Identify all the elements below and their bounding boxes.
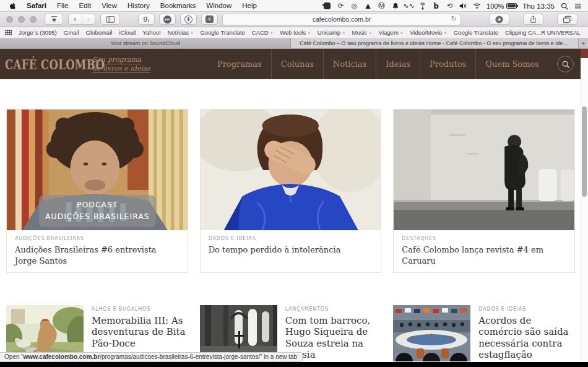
safari-toolbar: ‹ › gt ABP ∨ cafecolombo.com.br ↻ — [0, 12, 588, 27]
article-card[interactable]: DESTAQUES Café Colombo lança revista #4 … — [393, 109, 575, 273]
tab-soundcloud[interactable]: Your stream on SoundCloud — [0, 38, 291, 48]
featured-row: PODCAST AUDIÇÕES BRASILEIRAS AUDIÇÕES BR… — [6, 109, 575, 273]
menu-edit[interactable]: Edit — [79, 2, 92, 9]
article-card[interactable]: DADOS E IDEIAS Do tempo perdido à intole… — [200, 109, 382, 273]
downloads-button[interactable] — [489, 14, 509, 25]
address-bar-url[interactable]: cafecolombo.com.br — [313, 15, 371, 23]
bookmark-folder-viagem[interactable]: Viagem∨ — [379, 29, 403, 36]
bookmarks-grid-icon[interactable] — [5, 30, 12, 35]
secondary-image-summit[interactable] — [393, 305, 470, 361]
app-waves-status-icon[interactable]: ∿∿ — [405, 2, 413, 11]
featured-image-podcast[interactable]: PODCAST AUDIÇÕES BRASILEIRAS — [7, 110, 188, 230]
hand-blocker-icon — [184, 15, 192, 24]
b-app-status-icon[interactable]: b — [432, 2, 440, 11]
article-title[interactable]: Memorabilia III: As desventuras de Bita … — [92, 315, 188, 349]
evernote-status-icon[interactable] — [323, 2, 331, 11]
zoom-window-button[interactable] — [30, 16, 37, 23]
nav-colunas[interactable]: Colunas — [271, 49, 323, 79]
volume-status-icon[interactable] — [459, 2, 467, 11]
sidebar-button[interactable] — [100, 14, 120, 25]
show-all-tabs-button[interactable] — [557, 14, 577, 25]
battery-status[interactable]: 100% — [486, 2, 517, 10]
bookmark-folder-video-movie[interactable]: Video/Movie∨ — [410, 29, 447, 36]
back-button[interactable]: ‹ — [69, 14, 82, 24]
featured-image-dilma[interactable] — [201, 110, 381, 230]
menu-help[interactable]: Help — [242, 2, 257, 9]
article-category[interactable]: ALHOS E BUGALHOS — [92, 306, 188, 312]
nav-noticias[interactable]: Notícias — [323, 49, 376, 79]
transmitter-status-icon[interactable] — [418, 2, 426, 11]
bookmark-google-translate[interactable]: Google Translate — [200, 29, 244, 36]
article-category[interactable]: DESTAQUES — [402, 236, 566, 241]
menu-history[interactable]: History — [128, 2, 150, 9]
nav-quem-somos[interactable]: Quem Somos — [475, 49, 548, 79]
page-content: PODCAST AUDIÇÕES BRASILEIRAS AUDIÇÕES BR… — [0, 79, 581, 367]
menu-clock[interactable]: Thu 13:35 — [522, 2, 555, 10]
wifi-status-icon[interactable] — [473, 2, 481, 11]
article-title[interactable]: Acordos de comércio são saída necessária… — [478, 315, 575, 367]
nav-produtos[interactable]: Produtos — [420, 49, 475, 79]
m-app-status-icon[interactable]: Ⓜ — [378, 2, 386, 11]
featured-image-bw-man[interactable] — [394, 110, 574, 230]
article-category[interactable]: LANÇAMENTOS — [285, 306, 382, 312]
scrollbar-track[interactable] — [581, 49, 588, 362]
tab-cafe-colombo[interactable]: Café Colombo – O seu programa de livros … — [291, 38, 578, 48]
site-logo[interactable]: CAFÉ COLOMBO — [5, 56, 87, 72]
time-machine-status-icon[interactable]: ⟲ — [446, 2, 454, 11]
status-bar-link-preview: Open “www.cafecolombo.com.br/programas/a… — [0, 352, 303, 362]
pocket-extension-button[interactable]: ∨ — [201, 14, 218, 25]
apple-menu-icon[interactable] — [9, 2, 16, 10]
bookmark-gmail[interactable]: Gmail — [64, 29, 79, 36]
article-list-item[interactable]: DADOS E IDEIAS Acordos de comércio são s… — [393, 305, 575, 367]
circled-app-status-icon[interactable]: ◎ — [350, 2, 358, 11]
bookmark-folder-noticias[interactable]: Notícias∨ — [168, 29, 194, 36]
site-search-button[interactable] — [557, 56, 574, 72]
menu-file[interactable]: File — [57, 2, 69, 9]
bookmark-folder-cacd[interactable]: CACD∨ — [252, 29, 273, 36]
forward-button[interactable]: › — [82, 14, 95, 24]
drive-status-icon[interactable]: ▲ — [364, 2, 372, 11]
menu-bookmarks[interactable]: Bookmarks — [160, 2, 196, 9]
notification-center-icon[interactable] — [574, 2, 582, 11]
article-title[interactable]: Audições Brasileiras #6 entrevista Jorge… — [15, 244, 179, 266]
close-window-button[interactable] — [6, 16, 13, 23]
reload-icon[interactable]: ↻ — [451, 15, 457, 23]
bookmark-folder-music[interactable]: Music∨ — [352, 29, 372, 36]
bookmark-clipping[interactable]: Clipping CA...R UNIVERSAL — [505, 29, 580, 36]
favorites-button[interactable] — [45, 14, 63, 25]
new-tab-button[interactable]: + — [578, 38, 588, 48]
chevron-down-icon: ∨ — [270, 30, 273, 35]
sidebar-icon — [106, 16, 115, 23]
pocket-icon: ∨ — [205, 15, 214, 23]
article-title[interactable]: Do tempo perdido à intolerância — [209, 244, 373, 256]
sync-status-icon[interactable]: ⟳ — [337, 2, 345, 11]
article-title[interactable]: Café Colombo lança revista #4 em Caruaru — [402, 244, 566, 266]
card-body: DESTAQUES Café Colombo lança revista #4 … — [394, 230, 574, 272]
adblock-plus-extension-button[interactable]: ABP — [159, 14, 176, 25]
article-category[interactable]: DADOS E IDEIAS — [478, 306, 575, 312]
menu-view[interactable]: View — [102, 2, 117, 9]
article-category[interactable]: DADOS E IDEIAS — [209, 236, 373, 241]
google-translate-extension-button[interactable]: gt — [138, 14, 155, 25]
bookmark-yahoo[interactable]: Yahoo! — [142, 29, 160, 36]
bookmark-folder-webtools[interactable]: Web tools∨ — [280, 29, 310, 36]
bookmark-folder-unicamp[interactable]: Unicamp∨ — [318, 29, 345, 36]
article-card[interactable]: PODCAST AUDIÇÕES BRASILEIRAS AUDIÇÕES BR… — [6, 109, 188, 273]
share-button[interactable] — [523, 14, 543, 25]
site-header: CAFÉ COLOMBO Seu programa de livros e id… — [0, 49, 588, 79]
menu-window[interactable]: Window — [206, 2, 231, 9]
bookmark-google-translate-2[interactable]: Google Translate — [454, 29, 498, 36]
minimize-window-button[interactable] — [18, 16, 25, 23]
bookmark-globomail[interactable]: Globomail — [86, 29, 113, 36]
bookmark-icloud[interactable]: iCloud — [119, 29, 136, 36]
hand-blocker-extension-button[interactable] — [180, 14, 197, 25]
nav-ideias[interactable]: Ideias — [376, 49, 420, 79]
nav-programas[interactable]: Programas — [208, 49, 271, 79]
spotlight-icon[interactable] — [560, 2, 568, 11]
bookmark-jorges[interactable]: Jorge´s (3095) — [19, 29, 57, 36]
article-category[interactable]: AUDIÇÕES BRASILEIRAS — [15, 236, 179, 241]
scrollbar-handle[interactable] — [582, 106, 587, 197]
bell-status-icon[interactable] — [391, 2, 399, 11]
address-bar[interactable]: cafecolombo.com.br ↻ — [222, 14, 461, 25]
menu-app-name[interactable]: Safari — [27, 2, 46, 9]
